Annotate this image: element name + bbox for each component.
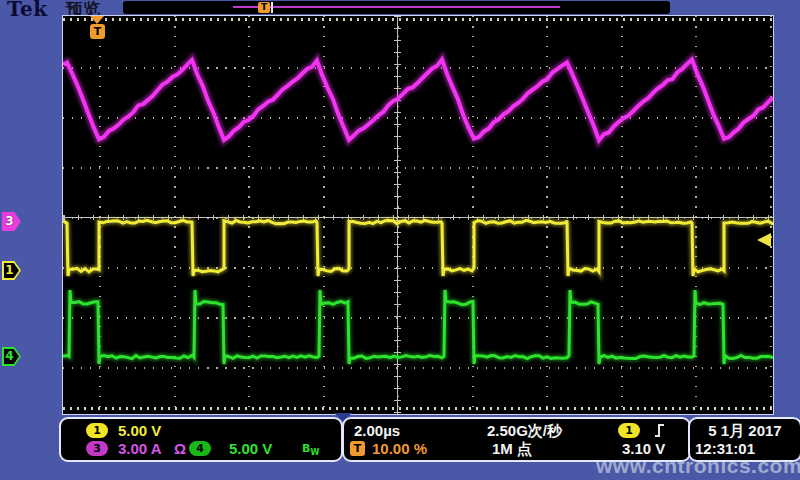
trigger-position-badge[interactable]: T [350,441,365,456]
ch3-coupling-readout: Ω [174,440,186,457]
trigger-level-readout: 3.10 V [622,440,665,457]
date-readout: 5 1月 2017 [690,422,800,439]
waveform-display [63,16,773,414]
ch1-scale-readout: 5.00 V [118,422,161,439]
channel-marker-4[interactable]: 4 [2,347,21,366]
trigger-position-readout: 10.00 % [372,440,427,457]
graticule: T [62,15,774,415]
datetime-box[interactable]: 5 1月 2017 12:31:01 [688,417,800,462]
channel-readout-box[interactable]: 1 5.00 V 3 3.00 A Ω 4 5.00 V BW [59,417,343,462]
record-trigger-marker[interactable]: T [258,2,270,13]
channel-marker-label: 4 [2,348,17,365]
trace-ch3 [63,60,773,141]
trigger-position-marker[interactable]: T [90,24,105,39]
ch4-scale-readout: 5.00 V [229,440,272,457]
time-readout: 12:31:01 [695,440,755,457]
record-waveform-line [233,6,560,8]
trace-ch1 [63,220,773,276]
channel-marker-1[interactable]: 1 [2,261,21,280]
ch4-bandwidth-limit-icon: BW [302,441,319,460]
ch1-badge[interactable]: 1 [86,423,108,438]
ch3-badge[interactable]: 3 [86,441,108,456]
horizontal-trigger-readout-box[interactable]: 2.00µs 2.50G次/秒 1 T 10.00 % 1M 点 3.10 V [342,417,691,462]
trace-ch3 [63,60,773,141]
channel-marker-label: 3 [2,213,17,230]
sample-rate-readout: 2.50G次/秒 [487,422,562,439]
trace-ch4 [63,290,773,364]
rising-edge-icon [653,422,666,439]
trace-ch1 [63,220,773,276]
trigger-source-badge[interactable]: 1 [618,423,640,438]
ch3-scale-readout: 3.00 A [118,440,162,457]
trace-ch4 [63,290,773,364]
tek-logo: Tek [7,0,48,20]
ch4-badge[interactable]: 4 [189,441,211,456]
oscilloscope-screen: Tek 预览 T T 314 1 5.00 V 3 3.00 A Ω 4 5.0… [0,0,800,480]
channel-marker-label: 1 [2,262,17,279]
channel-marker-3[interactable]: 3 [2,212,21,231]
record-window-bracket [271,2,273,13]
timebase-readout: 2.00µs [354,422,400,439]
record-length-readout: 1M 点 [492,440,532,457]
record-view-bar[interactable]: T [123,1,670,14]
